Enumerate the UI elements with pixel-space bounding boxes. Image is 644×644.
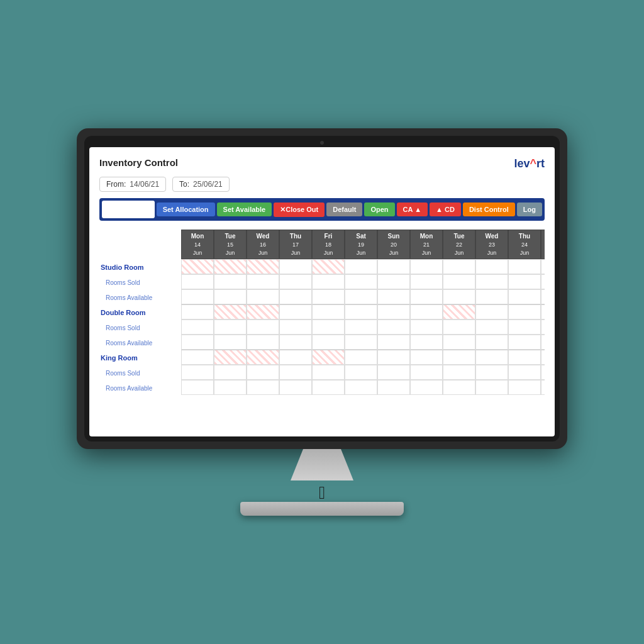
grid-cell[interactable] <box>475 304 508 319</box>
grid-cell[interactable] <box>475 274 508 289</box>
grid-cell[interactable] <box>508 259 541 274</box>
grid-cell[interactable] <box>508 380 541 395</box>
grid-cell[interactable] <box>279 289 312 304</box>
grid-cell[interactable] <box>508 365 541 380</box>
open-button[interactable]: Open <box>364 203 394 216</box>
grid-cell[interactable] <box>312 350 345 365</box>
grid-cell[interactable] <box>410 274 443 289</box>
grid-cell[interactable] <box>345 365 377 380</box>
grid-cell[interactable] <box>345 319 377 335</box>
grid-cell[interactable] <box>214 319 247 335</box>
grid-cell[interactable] <box>181 319 214 335</box>
grid-cell[interactable] <box>541 319 545 335</box>
grid-cell[interactable] <box>443 259 475 274</box>
grid-cell[interactable] <box>214 259 247 274</box>
grid-cell[interactable] <box>410 259 443 274</box>
grid-cell[interactable] <box>279 274 312 289</box>
grid-cell[interactable] <box>181 289 214 304</box>
log-button[interactable]: Log <box>517 203 542 216</box>
grid-cell[interactable] <box>279 350 312 365</box>
grid-cell[interactable] <box>345 304 377 319</box>
grid-cell[interactable] <box>247 289 279 304</box>
set-available-button[interactable]: Set Available <box>217 203 272 216</box>
grid-cell[interactable] <box>475 335 508 350</box>
grid-cell[interactable] <box>508 304 541 319</box>
grid-cell[interactable] <box>345 274 377 289</box>
grid-cell[interactable] <box>345 380 377 395</box>
grid-cell[interactable] <box>475 319 508 335</box>
grid-cell[interactable] <box>410 380 443 395</box>
grid-cell[interactable] <box>377 274 410 289</box>
grid-cell[interactable] <box>541 259 545 274</box>
grid-cell[interactable] <box>508 319 541 335</box>
grid-cell[interactable] <box>279 335 312 350</box>
grid-cell[interactable] <box>475 259 508 274</box>
grid-cell[interactable] <box>214 335 247 350</box>
grid-cell[interactable] <box>279 319 312 335</box>
grid-cell[interactable] <box>410 365 443 380</box>
grid-cell[interactable] <box>377 289 410 304</box>
grid-cell[interactable] <box>377 350 410 365</box>
grid-cell[interactable] <box>247 274 279 289</box>
grid-cell[interactable] <box>345 350 377 365</box>
grid-cell[interactable] <box>410 289 443 304</box>
cd-button[interactable]: ▲ CD <box>430 203 461 216</box>
grid-cell[interactable] <box>443 335 475 350</box>
grid-cell[interactable] <box>181 304 214 319</box>
grid-cell[interactable] <box>247 350 279 365</box>
ca-button[interactable]: CA ▲ <box>397 203 428 216</box>
grid-cell[interactable] <box>214 380 247 395</box>
grid-cell[interactable] <box>181 350 214 365</box>
grid-cell[interactable] <box>279 304 312 319</box>
grid-cell[interactable] <box>181 259 214 274</box>
grid-cell[interactable] <box>312 319 345 335</box>
grid-cell[interactable] <box>279 365 312 380</box>
grid-cell[interactable] <box>443 350 475 365</box>
grid-cell[interactable] <box>443 365 475 380</box>
grid-cell[interactable] <box>247 335 279 350</box>
set-allocation-button[interactable]: Set Allocation <box>157 203 215 216</box>
grid-cell[interactable] <box>181 365 214 380</box>
grid-cell[interactable] <box>508 350 541 365</box>
grid-cell[interactable] <box>181 335 214 350</box>
grid-cell[interactable] <box>410 319 443 335</box>
grid-cell[interactable] <box>279 380 312 395</box>
grid-cell[interactable] <box>345 335 377 350</box>
grid-cell[interactable] <box>214 304 247 319</box>
grid-cell[interactable] <box>377 380 410 395</box>
grid-cell[interactable] <box>541 380 545 395</box>
grid-cell[interactable] <box>475 365 508 380</box>
grid-cell[interactable] <box>312 304 345 319</box>
grid-cell[interactable] <box>443 274 475 289</box>
grid-cell[interactable] <box>443 289 475 304</box>
default-button[interactable]: Default <box>326 203 362 216</box>
grid-cell[interactable] <box>247 259 279 274</box>
grid-cell[interactable] <box>508 289 541 304</box>
grid-cell[interactable] <box>508 274 541 289</box>
grid-cell[interactable] <box>247 380 279 395</box>
grid-cell[interactable] <box>377 365 410 380</box>
grid-cell[interactable] <box>443 304 475 319</box>
grid-cell[interactable] <box>214 289 247 304</box>
grid-cell[interactable] <box>475 350 508 365</box>
grid-cell[interactable] <box>475 289 508 304</box>
toolbar-search-area[interactable] <box>102 201 155 218</box>
grid-cell[interactable] <box>312 274 345 289</box>
grid-cell[interactable] <box>443 319 475 335</box>
dist-control-button[interactable]: Dist Control <box>463 203 515 216</box>
grid-cell[interactable] <box>541 304 545 319</box>
grid-cell[interactable] <box>345 289 377 304</box>
grid-cell[interactable] <box>541 274 545 289</box>
grid-cell[interactable] <box>214 365 247 380</box>
grid-cell[interactable] <box>410 350 443 365</box>
grid-cell[interactable] <box>181 274 214 289</box>
grid-cell[interactable] <box>247 304 279 319</box>
grid-cell[interactable] <box>541 335 545 350</box>
grid-cell[interactable] <box>214 350 247 365</box>
grid-cell[interactable] <box>377 335 410 350</box>
grid-cell[interactable] <box>312 289 345 304</box>
date-to-box[interactable]: To: 25/06/21 <box>172 177 230 192</box>
grid-cell[interactable] <box>541 289 545 304</box>
grid-cell[interactable] <box>377 304 410 319</box>
grid-cell[interactable] <box>443 380 475 395</box>
